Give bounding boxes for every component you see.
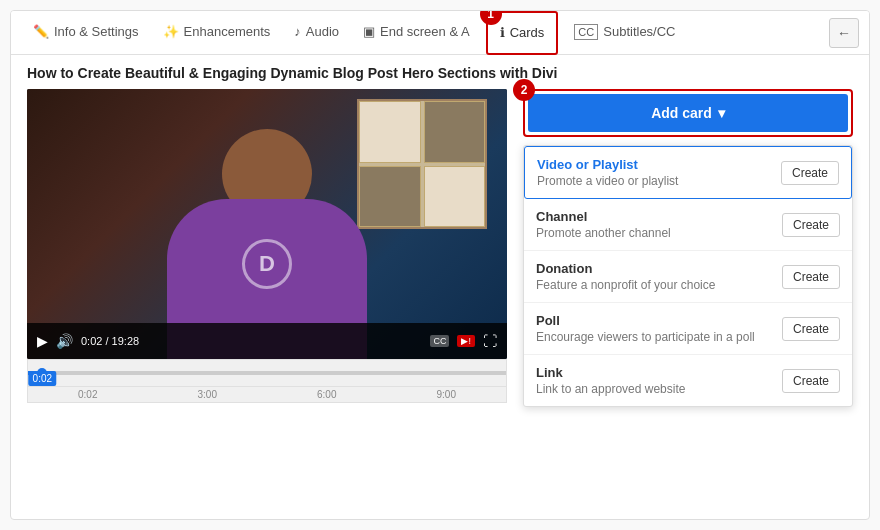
right-panel: 2 Add card ▾ Video or Playlist Promote a… [507, 89, 853, 407]
card-option-desc-poll: Encourage viewers to participate in a po… [536, 330, 782, 344]
time-marker-0: 0:02 [78, 389, 97, 400]
dropdown-icon: ▾ [718, 105, 725, 121]
card-option-title-donation: Donation [536, 261, 782, 276]
time-display: 0:02 / 19:28 [81, 335, 139, 347]
play-button[interactable]: ▶ [37, 333, 48, 349]
create-donation-button[interactable]: Create [782, 265, 840, 289]
subtitles-icon: CC [574, 24, 598, 40]
video-controls: ▶ 🔊 0:02 / 19:28 CC ▶! ⛶ [27, 323, 507, 359]
create-video-button[interactable]: Create [781, 161, 839, 185]
top-nav: ✏️ Info & Settings ✨ Enhancements ♪ Audi… [11, 11, 869, 55]
shelf-cell-2 [424, 101, 486, 163]
fullscreen-button[interactable]: ⛶ [483, 333, 497, 349]
music-icon: ♪ [294, 24, 301, 39]
card-option-link[interactable]: Link Link to an approved website Create [524, 355, 852, 406]
time-markers-row: 0:02 3:00 6:00 9:00 [27, 387, 507, 403]
shirt-logo: D [242, 239, 292, 289]
card-option-text-donation: Donation Feature a nonprofit of your cho… [536, 261, 782, 292]
step-1-badge: 1 [480, 10, 502, 25]
card-option-desc-video: Promote a video or playlist [537, 174, 781, 188]
card-option-donation[interactable]: Donation Feature a nonprofit of your cho… [524, 251, 852, 303]
current-time-badge: 0:02 [29, 371, 56, 386]
card-option-title-channel: Channel [536, 209, 782, 224]
card-option-text-video: Video or Playlist Promote a video or pla… [537, 157, 781, 188]
shelf-cell-4 [424, 166, 486, 228]
card-option-text-link: Link Link to an approved website [536, 365, 782, 396]
cc-button[interactable]: CC [430, 335, 449, 347]
info-icon: ℹ [500, 25, 505, 40]
progress-track[interactable] [28, 371, 506, 375]
card-option-title-poll: Poll [536, 313, 782, 328]
card-option-video-playlist[interactable]: Video or Playlist Promote a video or pla… [524, 146, 852, 199]
progress-area[interactable]: 0:02 [27, 359, 507, 387]
time-marker-1: 3:00 [198, 389, 217, 400]
card-option-text-poll: Poll Encourage viewers to participate in… [536, 313, 782, 344]
video-wrapper: D ▶ 🔊 0:02 / 19:28 CC ▶! ⛶ [27, 89, 507, 407]
card-option-channel[interactable]: Channel Promote another channel Create [524, 199, 852, 251]
tab-info-settings[interactable]: ✏️ Info & Settings [21, 11, 151, 55]
volume-button[interactable]: 🔊 [56, 333, 73, 349]
back-button[interactable]: ← [829, 18, 859, 48]
video-thumbnail: D [27, 89, 507, 359]
video-player[interactable]: D ▶ 🔊 0:02 / 19:28 CC ▶! ⛶ [27, 89, 507, 359]
card-options-panel: Video or Playlist Promote a video or pla… [523, 145, 853, 407]
pencil-icon: ✏️ [33, 24, 49, 39]
add-card-button[interactable]: Add card ▾ [528, 94, 848, 132]
main-container: ✏️ Info & Settings ✨ Enhancements ♪ Audi… [10, 10, 870, 520]
tab-end-screen[interactable]: ▣ End screen & A [351, 11, 482, 55]
time-marker-3: 9:00 [437, 389, 456, 400]
tab-cards[interactable]: 1 ℹ Cards [486, 11, 559, 55]
card-option-desc-link: Link to an approved website [536, 382, 782, 396]
tab-enhancements[interactable]: ✨ Enhancements [151, 11, 283, 55]
tab-audio[interactable]: ♪ Audio [282, 11, 351, 55]
time-marker-2: 6:00 [317, 389, 336, 400]
tab-subtitles[interactable]: CC Subtitles/CC [562, 11, 687, 55]
step-2-badge: 2 [513, 79, 535, 101]
yt-badge: ▶! [457, 335, 475, 347]
screen-icon: ▣ [363, 24, 375, 39]
back-arrow-icon: ← [837, 25, 851, 41]
sparkle-icon: ✨ [163, 24, 179, 39]
card-option-title-video: Video or Playlist [537, 157, 781, 172]
card-option-title-link: Link [536, 365, 782, 380]
add-card-wrapper: 2 Add card ▾ [523, 89, 853, 137]
create-link-button[interactable]: Create [782, 369, 840, 393]
card-option-poll[interactable]: Poll Encourage viewers to participate in… [524, 303, 852, 355]
card-option-desc-channel: Promote another channel [536, 226, 782, 240]
video-title: How to Create Beautiful & Engaging Dynam… [11, 55, 869, 89]
card-option-text-channel: Channel Promote another channel [536, 209, 782, 240]
create-poll-button[interactable]: Create [782, 317, 840, 341]
create-channel-button[interactable]: Create [782, 213, 840, 237]
control-icons: CC ▶! ⛶ [430, 333, 497, 349]
card-option-desc-donation: Feature a nonprofit of your choice [536, 278, 782, 292]
main-content: D ▶ 🔊 0:02 / 19:28 CC ▶! ⛶ [11, 89, 869, 417]
